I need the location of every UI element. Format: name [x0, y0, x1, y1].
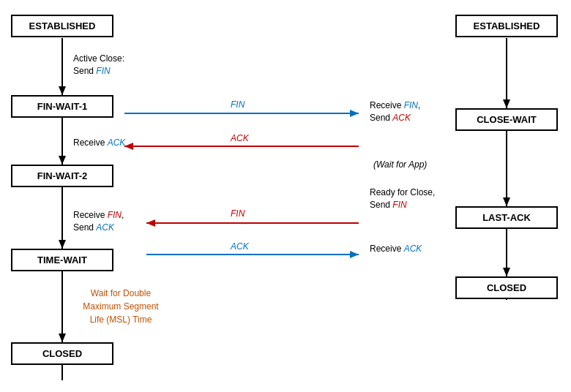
svg-marker-17: [350, 110, 359, 117]
label-receive-fin-send-ack-left: Receive FIN,Send ACK: [73, 209, 124, 234]
label-ready-for-close: Ready for Close,Send FIN: [370, 186, 435, 211]
svg-marker-19: [124, 143, 133, 150]
state-time-wait: TIME-WAIT: [11, 249, 113, 271]
label-msl-wait: Wait for DoubleMaximum SegmentLife (MSL)…: [73, 287, 168, 326]
label-wait-for-app: (Wait for App): [373, 159, 427, 170]
label-ack-2: ACK: [231, 241, 249, 252]
state-closed-right: CLOSED: [455, 276, 558, 299]
label-fin-2: FIN: [231, 208, 245, 219]
svg-marker-21: [146, 219, 155, 227]
svg-marker-11: [503, 99, 510, 108]
state-established-left: ESTABLISHED: [11, 15, 113, 37]
state-last-ack: LAST-ACK: [455, 206, 558, 229]
svg-marker-9: [59, 333, 66, 342]
svg-marker-15: [503, 268, 510, 276]
label-ack-1: ACK: [231, 133, 249, 143]
label-receive-ack: Receive ACK: [73, 137, 125, 148]
label-receive-fin-send-ack-right: Receive FIN,Send ACK: [370, 99, 420, 124]
state-closed-left: CLOSED: [11, 342, 113, 365]
tcp-diagram: ESTABLISHED FIN-WAIT-1 FIN-WAIT-2 TIME-W…: [0, 0, 571, 392]
svg-marker-13: [503, 197, 510, 206]
state-close-wait: CLOSE-WAIT: [455, 108, 558, 131]
svg-marker-5: [59, 156, 66, 165]
label-receive-ack-right: Receive ACK: [370, 244, 422, 254]
label-active-close: Active Close:Send FIN: [73, 53, 124, 78]
state-fin-wait-2: FIN-WAIT-2: [11, 165, 113, 187]
svg-marker-3: [59, 86, 66, 95]
state-fin-wait-1: FIN-WAIT-1: [11, 95, 113, 118]
svg-marker-7: [59, 240, 66, 249]
svg-marker-23: [350, 251, 359, 258]
state-established-right: ESTABLISHED: [455, 15, 558, 37]
label-fin-1: FIN: [231, 99, 245, 110]
